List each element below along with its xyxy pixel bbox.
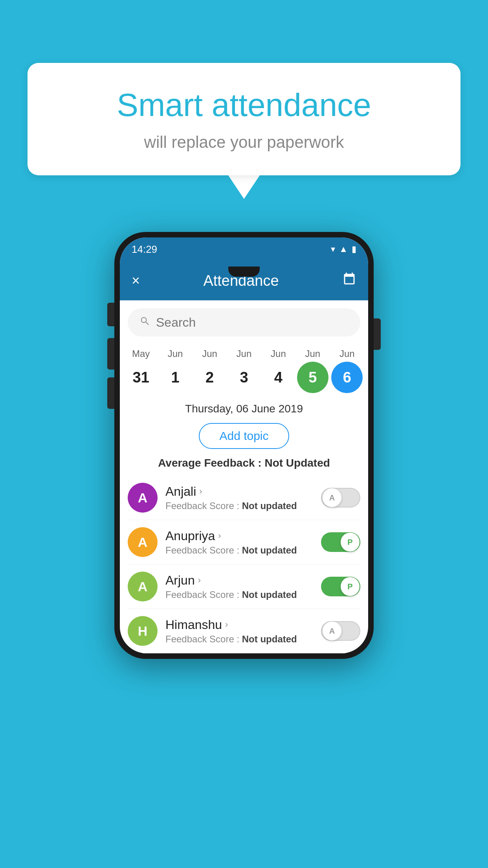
- date-3[interactable]: 3: [228, 362, 260, 393]
- chevron-anupriya: ›: [218, 531, 221, 541]
- feedback-anjali: Feedback Score : Not updated: [165, 500, 313, 511]
- toggle-knob-himanshu: A: [323, 622, 341, 640]
- avg-feedback-value: Not Updated: [264, 457, 330, 469]
- date-row: 31 1 2 3 4 5 6: [120, 359, 368, 399]
- student-item-anupriya[interactable]: A Anupriya › Feedback Score : Not update…: [128, 520, 360, 565]
- toggle-anupriya[interactable]: P: [321, 532, 360, 552]
- signal-icon: ▲: [339, 244, 348, 254]
- speech-bubble-title: Smart attendance: [59, 86, 429, 123]
- status-time: 14:29: [132, 243, 157, 256]
- student-name-arjun: Arjun ›: [165, 573, 313, 588]
- toggle-knob-arjun: P: [341, 577, 360, 596]
- toggle-knob-anjali: A: [323, 488, 341, 507]
- avatar-arjun: A: [128, 572, 158, 601]
- feedback-value-himanshu: Not updated: [242, 634, 297, 644]
- phone-screen: 14:29 ▾ ▲ ▮ × Attendance: [120, 237, 368, 653]
- chevron-anjali: ›: [199, 486, 202, 497]
- student-name-himanshu: Himanshu ›: [165, 618, 313, 632]
- selected-date-label: Thursday, 06 June 2019: [120, 399, 368, 419]
- date-2[interactable]: 2: [194, 362, 226, 393]
- date-4[interactable]: 4: [262, 362, 294, 393]
- average-feedback: Average Feedback : Not Updated: [120, 455, 368, 476]
- date-31[interactable]: 31: [125, 362, 157, 393]
- speech-bubble-section: Smart attendance will replace your paper…: [28, 63, 460, 199]
- calendar-row: May Jun Jun Jun Jun Jun Jun 31 1 2 3 4 5…: [120, 344, 368, 399]
- search-bar[interactable]: [128, 308, 360, 337]
- wifi-icon: ▾: [331, 244, 335, 254]
- feedback-arjun: Feedback Score : Not updated: [165, 589, 313, 600]
- student-info-anjali: Anjali › Feedback Score : Not updated: [165, 484, 313, 511]
- student-item-arjun[interactable]: A Arjun › Feedback Score : Not updated P: [128, 565, 360, 609]
- date-5-today[interactable]: 5: [297, 362, 328, 393]
- month-jun6: Jun: [331, 348, 363, 359]
- toggle-knob-anupriya: P: [341, 533, 360, 552]
- student-info-himanshu: Himanshu › Feedback Score : Not updated: [165, 618, 313, 645]
- speech-bubble-tail: [228, 175, 260, 199]
- feedback-value-anjali: Not updated: [242, 500, 297, 511]
- date-6-selected[interactable]: 6: [331, 362, 363, 393]
- student-item-anjali[interactable]: A Anjali › Feedback Score : Not updated …: [128, 476, 360, 520]
- avatar-himanshu: H: [128, 616, 158, 646]
- chevron-himanshu: ›: [225, 620, 228, 630]
- add-topic-section: Add topic: [120, 419, 368, 455]
- calendar-icon[interactable]: [342, 272, 356, 290]
- feedback-anupriya: Feedback Score : Not updated: [165, 545, 313, 556]
- phone-mockup: 14:29 ▾ ▲ ▮ × Attendance: [114, 232, 374, 659]
- power-button: [374, 318, 381, 350]
- feedback-value-anupriya: Not updated: [242, 545, 297, 555]
- status-bar: 14:29 ▾ ▲ ▮: [120, 237, 368, 261]
- feedback-value-arjun: Not updated: [242, 589, 297, 600]
- student-info-arjun: Arjun › Feedback Score : Not updated: [165, 573, 313, 600]
- volume-up-button: [107, 338, 114, 370]
- search-input[interactable]: [156, 315, 349, 330]
- month-row: May Jun Jun Jun Jun Jun Jun: [120, 348, 368, 359]
- date-1[interactable]: 1: [160, 362, 191, 393]
- speech-bubble-subtitle: will replace your paperwork: [59, 133, 429, 152]
- avg-feedback-label: Average Feedback :: [158, 457, 262, 469]
- month-jun2: Jun: [194, 348, 226, 359]
- status-icons: ▾ ▲ ▮: [331, 244, 356, 254]
- phone-outer: 14:29 ▾ ▲ ▮ × Attendance: [114, 232, 374, 659]
- speech-bubble: Smart attendance will replace your paper…: [28, 63, 460, 175]
- student-item-himanshu[interactable]: H Himanshu › Feedback Score : Not update…: [128, 609, 360, 653]
- volume-down-button: [107, 377, 114, 409]
- toggle-himanshu[interactable]: A: [321, 621, 360, 641]
- month-jun3: Jun: [228, 348, 260, 359]
- month-may: May: [125, 348, 157, 359]
- month-jun4: Jun: [262, 348, 294, 359]
- toggle-arjun[interactable]: P: [321, 577, 360, 596]
- battery-icon: ▮: [352, 244, 356, 254]
- student-list: A Anjali › Feedback Score : Not updated …: [120, 476, 368, 653]
- month-jun5: Jun: [297, 348, 328, 359]
- volume-mute-button: [107, 303, 114, 326]
- avatar-anupriya: A: [128, 527, 158, 557]
- month-jun1: Jun: [160, 348, 191, 359]
- search-icon: [139, 316, 150, 329]
- student-info-anupriya: Anupriya › Feedback Score : Not updated: [165, 529, 313, 556]
- add-topic-button[interactable]: Add topic: [199, 423, 289, 449]
- close-icon[interactable]: ×: [132, 272, 140, 289]
- avatar-anjali: A: [128, 483, 158, 513]
- chevron-arjun: ›: [198, 575, 201, 585]
- student-name-anupriya: Anupriya ›: [165, 529, 313, 543]
- toggle-anjali[interactable]: A: [321, 488, 360, 508]
- phone-notch: [228, 267, 260, 277]
- student-name-anjali: Anjali ›: [165, 484, 313, 499]
- feedback-himanshu: Feedback Score : Not updated: [165, 634, 313, 645]
